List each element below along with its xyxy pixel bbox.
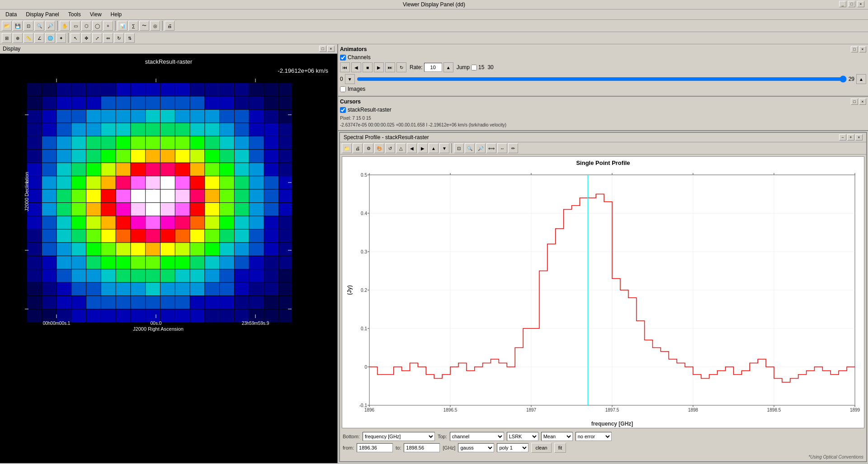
contour-btn[interactable]: ◎ xyxy=(150,21,160,31)
top-axis-label: Top: xyxy=(438,434,447,439)
sp-open-btn[interactable]: 📁 xyxy=(342,143,352,153)
select-rect-btn[interactable]: ▭ xyxy=(71,21,80,31)
svg-text:1896.5: 1896.5 xyxy=(443,408,458,412)
rate-input[interactable] xyxy=(424,63,442,72)
sp-settings-btn[interactable]: ⚙ xyxy=(363,143,373,153)
anim-stop-btn[interactable]: ■ xyxy=(363,62,373,72)
sp-print-btn[interactable]: 🖨 xyxy=(353,143,363,153)
optical-note: *Using Optical Conventions xyxy=(808,455,863,459)
poly-select[interactable]: poly 1 xyxy=(497,443,528,452)
ruler-btn[interactable]: 📏 xyxy=(24,33,33,43)
stats-btn[interactable]: ∑ xyxy=(128,21,138,31)
error-select[interactable]: no error xyxy=(576,432,612,441)
stretch-btn[interactable]: ⇔ xyxy=(103,33,113,43)
profile-btn[interactable]: 〜 xyxy=(139,21,149,31)
select-point-btn[interactable]: + xyxy=(103,21,113,31)
menu-data[interactable]: Data xyxy=(4,11,19,18)
to-label: to: xyxy=(396,445,401,450)
menu-help[interactable]: Help xyxy=(109,11,124,18)
rate-up-btn[interactable]: ▲ xyxy=(443,62,453,72)
histogram-btn[interactable]: 📊 xyxy=(118,21,127,31)
slider-down-btn[interactable]: ▼ xyxy=(345,74,355,84)
sp-up-btn[interactable]: ▲ xyxy=(429,143,439,153)
zoom-in-btn[interactable]: 🔍 xyxy=(34,21,44,31)
angle-btn[interactable]: ∠ xyxy=(34,33,44,43)
sp-zoom2-btn[interactable]: 🔎 xyxy=(476,143,486,153)
image-area[interactable]: stackResult-raster -2.19612e+06 km/s /* … xyxy=(0,54,337,463)
menu-display-panel[interactable]: Display Panel xyxy=(24,11,61,18)
fit-button[interactable]: fit xyxy=(554,443,566,453)
sp-prev-btn[interactable]: ◀ xyxy=(407,143,417,153)
cursor-btn[interactable]: ↖ xyxy=(71,33,80,43)
menu-tools[interactable]: Tools xyxy=(66,11,83,18)
print-btn[interactable]: 🖨 xyxy=(165,21,175,31)
sp-pen-btn[interactable]: ✏ xyxy=(508,143,518,153)
close-button[interactable]: × xyxy=(857,1,864,7)
sp-refresh-btn[interactable]: ↺ xyxy=(385,143,395,153)
spectral-maximize-btn[interactable]: + xyxy=(847,134,854,141)
zoom-out-btn[interactable]: 🔎 xyxy=(45,21,55,31)
sp-select-btn[interactable]: ⊡ xyxy=(454,143,464,153)
svg-text:0: 0 xyxy=(364,365,367,370)
cursor-source-checkbox[interactable] xyxy=(340,107,346,113)
sp-arrow-btn[interactable]: ↔ xyxy=(497,143,507,153)
slider-up-btn[interactable]: ▲ xyxy=(856,74,866,84)
zoom-btn[interactable]: ⤢ xyxy=(92,33,102,43)
frame-select[interactable]: LSRK xyxy=(507,432,538,441)
cursors-float-btn[interactable]: □ xyxy=(851,98,858,105)
anim-loop-btn[interactable]: ↻ xyxy=(396,62,406,72)
channels-checkbox[interactable] xyxy=(340,55,346,61)
sp-split-btn[interactable]: ⟺ xyxy=(486,143,496,153)
jump-checkbox[interactable] xyxy=(471,65,477,70)
marker-btn[interactable]: ✦ xyxy=(56,33,66,43)
wcs-btn[interactable]: 🌐 xyxy=(45,33,55,43)
grid-btn[interactable]: ⊞ xyxy=(2,33,12,43)
crosshair-btn[interactable]: ⊕ xyxy=(13,33,23,43)
sp-next-btn[interactable]: ▶ xyxy=(418,143,428,153)
pan-btn[interactable]: ✋ xyxy=(60,21,70,31)
rotate-btn[interactable]: ↻ xyxy=(114,33,124,43)
maximize-button[interactable]: □ xyxy=(848,1,855,7)
radio-image: /* We'll use foreignObject for the canva… xyxy=(25,79,292,332)
spectral-minimize-btn[interactable]: − xyxy=(839,134,846,141)
sp-color-btn[interactable]: 🎨 xyxy=(374,143,384,153)
bottom-axis-select[interactable]: frequency [GHz] xyxy=(363,432,435,441)
animators-float-btn[interactable]: □ xyxy=(851,46,858,52)
from-input[interactable] xyxy=(357,443,393,452)
control-row-1: Bottom: frequency [GHz] Top: channel LSR… xyxy=(343,432,863,441)
zoom-fit-btn[interactable]: ⊡ xyxy=(24,21,33,31)
select-poly-btn[interactable]: ⬡ xyxy=(81,21,91,31)
chart-container: Single Point Profile -0.100.10.20.30.40.… xyxy=(342,156,864,428)
spectral-close-btn[interactable]: × xyxy=(855,134,863,141)
minimize-button[interactable]: _ xyxy=(839,1,846,7)
spectral-title-bar: Spectral Profile - stackResult-raster − … xyxy=(340,133,866,142)
anim-start-btn[interactable]: ⏮ xyxy=(340,62,350,72)
to-input[interactable] xyxy=(404,443,440,452)
control-row-3: *Using Optical Conventions xyxy=(343,455,863,459)
move-btn[interactable]: ✥ xyxy=(81,33,91,43)
bottom-axis-label: Bottom: xyxy=(343,434,360,439)
sp-triangle-btn[interactable]: △ xyxy=(396,143,406,153)
open-btn[interactable]: 📂 xyxy=(2,21,12,31)
display-float-btn[interactable]: □ xyxy=(319,46,326,52)
sp-down-btn[interactable]: ▼ xyxy=(439,143,449,153)
stat-select[interactable]: Mean xyxy=(541,432,573,441)
save-btn[interactable]: 💾 xyxy=(13,21,23,31)
anim-play-btn[interactable]: ▶ xyxy=(374,62,384,72)
select-ellipse-btn[interactable]: ◯ xyxy=(92,21,102,31)
anim-prev-btn[interactable]: ◀ xyxy=(351,62,361,72)
channel-slider[interactable] xyxy=(357,75,847,83)
menu-view[interactable]: View xyxy=(88,11,104,18)
display-close-btn[interactable]: × xyxy=(327,46,335,52)
images-checkbox[interactable] xyxy=(340,86,346,92)
anim-end-btn[interactable]: ⏭ xyxy=(385,62,395,72)
spectral-toolbar: 📁 🖨 ⚙ 🎨 ↺ △ ◀ ▶ ▲ ▼ ⊡ 🔍 🔎 ⟺ ↔ ✏ xyxy=(340,142,866,155)
top-axis-select[interactable]: channel xyxy=(450,432,504,441)
cursors-close-btn[interactable]: × xyxy=(859,98,866,105)
animators-close-btn[interactable]: × xyxy=(859,46,866,52)
clean-button[interactable]: clean xyxy=(531,443,551,453)
sp-zoom-btn[interactable]: 🔍 xyxy=(465,143,475,153)
fit-type-select[interactable]: gauss xyxy=(458,443,494,452)
x-axis-label: J2000 Right Ascension xyxy=(133,326,184,332)
flip-btn[interactable]: ⇅ xyxy=(125,33,135,43)
